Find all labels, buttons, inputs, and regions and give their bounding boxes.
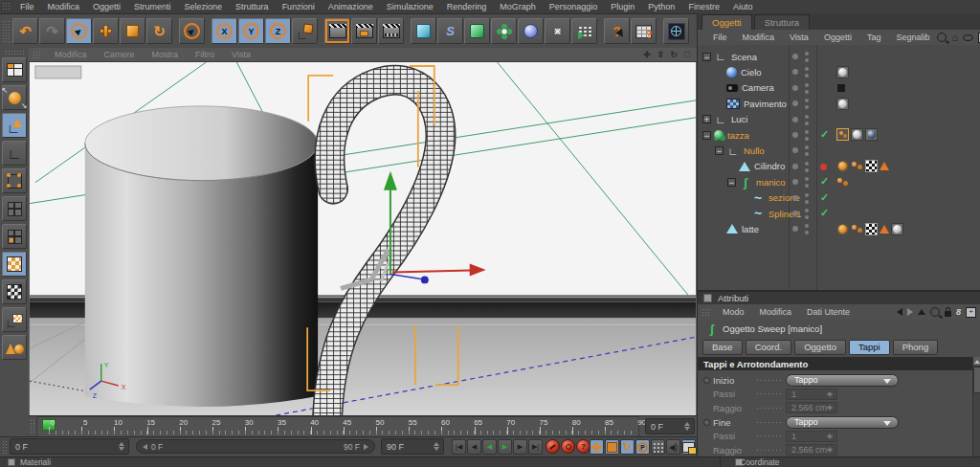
menu-finestre[interactable]: Finestre (681, 0, 726, 13)
lock-z-axis-button[interactable]: Z (265, 18, 291, 44)
om-menu-tag[interactable]: Tag (859, 33, 889, 42)
menu-aiuto[interactable]: Aiuto (726, 0, 760, 13)
play-backward-button[interactable]: ◀ (482, 439, 497, 455)
viewport-menu-mostra[interactable]: Mostra (144, 50, 188, 59)
render-visibility-dots[interactable] (805, 52, 809, 56)
undo-button[interactable]: ↶ (12, 18, 38, 44)
record-rotation-button[interactable]: ↻ (620, 439, 635, 455)
sound-button[interactable]: ◀) (666, 439, 680, 455)
inizio-dropdown[interactable]: Tappo (786, 374, 899, 387)
uvw-tag-icon[interactable] (865, 160, 878, 172)
editor-visibility-dot[interactable] (792, 195, 798, 201)
attr-tab-tappi[interactable]: Tappi (849, 340, 890, 355)
tree-row-latte[interactable]: latte (698, 221, 980, 236)
tree-expander-icon[interactable]: + (702, 115, 711, 123)
object-name[interactable]: Cilindro (754, 161, 785, 171)
viewport-menu-filtro[interactable]: Filtro (187, 50, 223, 59)
autokey-button[interactable] (561, 439, 575, 454)
lock-y-axis-button[interactable]: Y (238, 18, 264, 44)
material-white-tag-icon[interactable] (851, 128, 863, 141)
object-name[interactable]: Nullo (744, 145, 765, 156)
visibility-icon[interactable] (963, 34, 973, 41)
raggio-spinner[interactable]: 2.566 cm (786, 444, 837, 456)
render-visibility-dots[interactable] (805, 83, 809, 87)
viewport-menu-grip[interactable] (33, 51, 42, 59)
attr-tab-phong[interactable]: Phong (893, 340, 938, 355)
rotate-view-icon[interactable]: ↻ (667, 50, 680, 59)
next-frame-button[interactable]: ▶ (513, 439, 527, 455)
object-name[interactable]: latte (742, 224, 759, 234)
menu-modifica[interactable]: Modifica (41, 0, 87, 13)
history-back-icon[interactable] (897, 308, 902, 316)
animation-dot-icon[interactable] (703, 377, 710, 384)
toolbar-grip[interactable] (2, 20, 10, 43)
make-editable-button[interactable] (2, 85, 27, 110)
scale-button[interactable] (120, 18, 145, 44)
viewport-menu-camere[interactable]: Camere (96, 50, 144, 59)
live-selection-button[interactable]: ▶ (66, 18, 92, 44)
dots-tag-icon[interactable] (851, 223, 863, 235)
phong-tag-icon[interactable] (836, 223, 849, 235)
layout-button[interactable] (2, 57, 27, 82)
menu-mograph[interactable]: MoGraph (493, 0, 543, 13)
current-frame-spinner-icon[interactable] (119, 441, 125, 452)
add-metaball-button[interactable] (518, 18, 544, 44)
menu-personaggio[interactable]: Personaggio (543, 0, 605, 13)
attr-tab-base[interactable]: Base (702, 340, 743, 355)
menu-plugin[interactable]: Plugin (604, 0, 641, 13)
play-forward-button[interactable]: ▶ (498, 439, 512, 455)
add-generator-button[interactable] (464, 18, 490, 44)
record-pla-button[interactable] (651, 439, 665, 455)
lock-icon[interactable] (945, 311, 951, 317)
object-mode-button[interactable] (2, 335, 27, 360)
render-visibility-dots[interactable] (805, 130, 809, 134)
pan-view-icon[interactable]: ✚ (640, 50, 654, 59)
keyframe-selection-button[interactable] (681, 439, 696, 455)
frame-range-slider[interactable]: 0 F 90 F (136, 439, 375, 454)
add-particles-button[interactable] (571, 18, 597, 44)
menu-file[interactable]: File (13, 0, 41, 13)
search-icon[interactable] (937, 33, 947, 42)
object-name[interactable]: tazza (727, 130, 749, 141)
object-name[interactable]: Scena (731, 52, 757, 62)
menu-simulazione[interactable]: Simulazione (380, 0, 440, 13)
tree-row-sezione[interactable]: sezione✓ (698, 190, 980, 206)
attr-tab-oggetto[interactable]: Oggetto (794, 340, 846, 355)
left-toolbar-grip[interactable] (5, 50, 24, 55)
tree-row-scena[interactable]: −Scena (698, 49, 980, 64)
tree-row-manico[interactable]: −manico✓ (698, 174, 980, 189)
enabled-check-icon[interactable]: ✓ (820, 128, 829, 141)
render-visibility-dots[interactable] (805, 115, 809, 119)
selection-frame-tag-icon[interactable] (836, 128, 849, 141)
tab-struttura[interactable]: Struttura (754, 14, 810, 30)
passi-spinner[interactable]: 1 (786, 389, 837, 400)
end-frame-spinner-icon[interactable] (434, 441, 440, 452)
tree-row-spline.1[interactable]: Spline.1✓ (698, 206, 980, 221)
range-right-arrow-icon[interactable] (364, 444, 368, 450)
enabled-check-icon[interactable]: ✓ (820, 175, 829, 188)
record-parameter-button[interactable]: P (635, 439, 650, 455)
scrollbar-thumb[interactable] (973, 367, 980, 393)
tree-row-nullo[interactable]: −Nullo (698, 143, 980, 158)
scroll-up-icon[interactable] (973, 357, 980, 367)
texture-mode-button[interactable] (2, 252, 27, 277)
points-mode-button[interactable] (2, 168, 27, 193)
enabled-check-icon[interactable]: ✓ (820, 207, 829, 219)
attr-add-panel-icon[interactable]: + (966, 307, 976, 318)
attr-menu-modo[interactable]: Modo (715, 307, 752, 317)
object-name[interactable]: Camera (742, 82, 774, 93)
om-menu-file[interactable]: File (705, 33, 735, 42)
dots-tag-icon[interactable] (851, 160, 863, 172)
add-modeling-object-button[interactable] (491, 18, 517, 44)
tree-row-cilindro[interactable]: Cilindro (698, 159, 980, 174)
disabled-dot-icon[interactable] (820, 164, 827, 170)
material-white-tag-icon[interactable] (836, 98, 849, 110)
material-dark-tag-icon[interactable] (865, 128, 878, 141)
redo-button[interactable]: ↷ (39, 18, 65, 44)
attribute-scrollbar[interactable] (972, 357, 980, 467)
bookmark-icon[interactable]: 8 (956, 307, 961, 317)
attr-menu-modifica[interactable]: Modifica (752, 307, 800, 317)
materials-panel-icon[interactable] (8, 458, 15, 466)
attr-menu-dati-utente[interactable]: Dati Utente (799, 307, 858, 317)
material-white-tag-icon[interactable] (891, 223, 903, 235)
